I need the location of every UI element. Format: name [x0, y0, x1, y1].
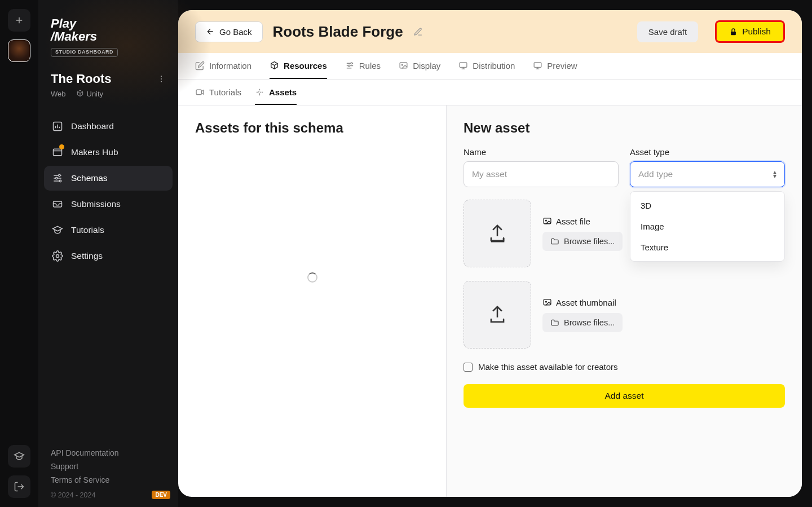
asset-file-dropzone[interactable] — [464, 200, 531, 267]
monitor-icon — [533, 61, 542, 70]
svg-point-9 — [56, 254, 59, 257]
platform-unity: Unity — [76, 90, 104, 98]
edit-icon — [195, 61, 205, 70]
svg-point-11 — [351, 63, 352, 64]
go-back-button[interactable]: Go Back — [195, 21, 263, 42]
svg-rect-8 — [54, 201, 62, 207]
tab-rules[interactable]: Rules — [345, 53, 381, 79]
assets-list-column: Assets for this schema — [178, 105, 447, 497]
panel-header: Go Back Roots Blade Forge Save draft Pub… — [178, 10, 802, 53]
upload-icon — [487, 223, 508, 244]
image-icon — [399, 61, 408, 70]
browse-thumb-button[interactable]: Browse files... — [542, 313, 623, 332]
inbox-icon — [52, 199, 63, 210]
type-option-3d[interactable]: 3D — [630, 195, 784, 216]
academic-icon — [52, 224, 63, 236]
assets-heading: Assets for this schema — [195, 120, 429, 136]
new-asset-heading: New asset — [464, 120, 785, 136]
left-rail — [0, 0, 38, 507]
nav-submissions[interactable]: Submissions — [44, 192, 173, 217]
lock-icon — [729, 28, 738, 36]
asset-thumb-label: Asset thumbnail — [542, 298, 623, 307]
checkbox-icon — [464, 363, 473, 372]
sidebar: Play /Makers STUDIO DASHBOARD The Roots … — [38, 0, 178, 507]
svg-point-0 — [161, 76, 162, 77]
link-tos[interactable]: Terms of Service — [51, 475, 166, 484]
link-support[interactable]: Support — [51, 462, 166, 471]
svg-point-1 — [161, 78, 162, 80]
nav-schemas[interactable]: Schemas — [44, 166, 173, 191]
link-api-docs[interactable]: API Documentation — [51, 448, 166, 457]
upload-icon — [487, 304, 508, 325]
rail-project-avatar[interactable] — [8, 39, 30, 62]
loading-spinner — [307, 272, 317, 283]
project-title: The Roots — [51, 72, 112, 86]
svg-point-2 — [161, 81, 162, 82]
svg-point-12 — [348, 65, 350, 67]
tab-resources[interactable]: Resources — [270, 53, 327, 79]
tab-preview[interactable]: Preview — [533, 53, 577, 79]
image-icon — [542, 298, 552, 307]
rail-logout-button[interactable] — [8, 475, 30, 498]
svg-point-7 — [59, 180, 61, 182]
nav-tutorials[interactable]: Tutorials — [44, 218, 173, 243]
asset-file-label: Asset file — [542, 217, 623, 226]
arrow-left-icon — [206, 27, 215, 36]
svg-point-22 — [545, 301, 546, 302]
asset-thumb-dropzone[interactable] — [464, 281, 531, 349]
type-option-image[interactable]: Image — [630, 216, 784, 237]
publish-button[interactable]: Publish — [715, 20, 785, 43]
chart-icon — [52, 121, 63, 132]
target-icon — [255, 87, 264, 97]
svg-point-18 — [258, 91, 261, 93]
new-asset-column: New asset Name Asset type Add type ▴▾ — [447, 105, 802, 497]
svg-point-5 — [59, 174, 60, 176]
brand-badge: STUDIO DASHBOARD — [51, 48, 118, 56]
adjustments-icon — [345, 61, 355, 70]
notification-dot — [59, 144, 64, 149]
folder-icon — [550, 318, 559, 327]
platform-web: Web — [51, 90, 66, 98]
svg-point-20 — [545, 220, 546, 221]
svg-rect-15 — [460, 63, 467, 68]
copyright: © 2024 - 2024 — [51, 491, 166, 499]
dev-badge: DEV — [152, 491, 170, 499]
type-option-texture[interactable]: Texture — [630, 237, 784, 258]
folder-icon — [550, 237, 559, 246]
brand-logo: Play /Makers STUDIO DASHBOARD — [51, 17, 166, 57]
add-asset-button[interactable]: Add asset — [464, 384, 785, 408]
image-icon — [542, 217, 552, 226]
page-title: Roots Blade Forge — [273, 23, 403, 41]
nav-settings[interactable]: Settings — [44, 244, 173, 268]
browse-asset-file-button[interactable]: Browse files... — [542, 232, 623, 251]
svg-rect-4 — [54, 149, 62, 156]
main-panel: Go Back Roots Blade Forge Save draft Pub… — [178, 10, 802, 497]
svg-rect-16 — [534, 63, 541, 68]
svg-rect-10 — [731, 31, 736, 34]
edit-title-icon[interactable] — [413, 27, 423, 37]
asset-type-select[interactable]: Add type ▴▾ — [630, 161, 785, 187]
subtab-assets[interactable]: Assets — [255, 80, 297, 105]
save-draft-button[interactable]: Save draft — [637, 21, 698, 42]
tab-distribution[interactable]: Distribution — [458, 53, 515, 79]
project-menu-icon[interactable] — [157, 74, 166, 83]
rail-learn-button[interactable] — [8, 445, 30, 468]
available-checkbox-row[interactable]: Make this asset available for creators — [464, 362, 785, 372]
tab-display[interactable]: Display — [399, 53, 440, 79]
svg-point-14 — [401, 64, 403, 65]
type-label: Asset type — [630, 147, 785, 157]
video-icon — [195, 87, 205, 97]
secondary-tabs: Tutorials Assets — [178, 80, 802, 105]
name-label: Name — [464, 147, 619, 157]
svg-point-6 — [56, 177, 58, 179]
rail-add-button[interactable] — [8, 9, 30, 32]
subtab-tutorials[interactable]: Tutorials — [195, 80, 241, 105]
tab-information[interactable]: Information — [195, 53, 251, 79]
nav-makers-hub[interactable]: Makers Hub — [44, 140, 173, 165]
sliders-icon — [52, 173, 63, 184]
asset-name-input[interactable] — [464, 161, 619, 187]
chevron-updown-icon: ▴▾ — [773, 170, 776, 178]
device-icon — [458, 61, 468, 70]
nav-dashboard[interactable]: Dashboard — [44, 114, 173, 139]
asset-type-dropdown: 3D Image Texture — [630, 191, 785, 262]
